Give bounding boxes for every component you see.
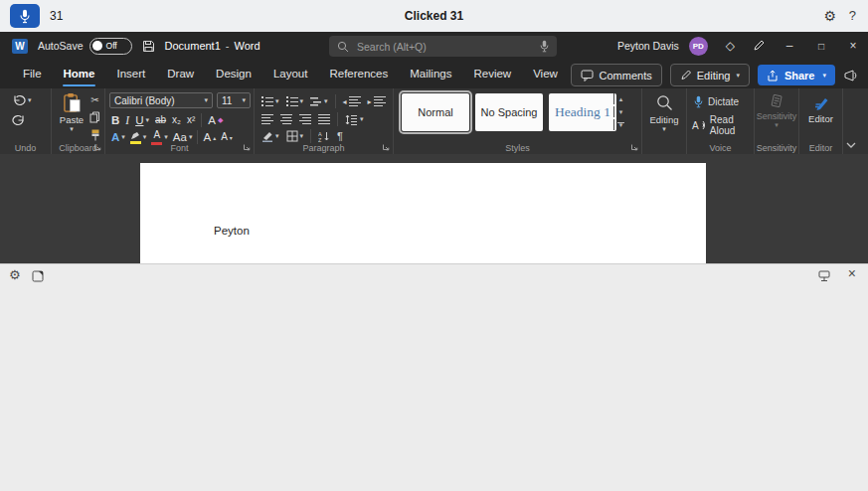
chevron-down-icon: ▾ [145,116,149,124]
divider [335,94,336,108]
keyboard-close-icon[interactable]: × [848,265,856,281]
toggle-knob-icon [92,41,102,51]
tab-references[interactable]: References [318,61,399,87]
subscript-button[interactable]: x₂ [172,114,181,126]
text-effects-button[interactable]: A▾ [111,131,125,143]
copy-button[interactable] [89,111,100,123]
styles-group-label: Styles [394,143,641,153]
restore-button[interactable]: □ [814,41,828,52]
close-button[interactable]: × [846,39,860,53]
align-center-button[interactable] [280,114,292,124]
tab-layout[interactable]: Layout [262,61,319,87]
voice-access-settings-gear-icon[interactable]: ⚙ [823,0,836,32]
collapse-ribbon-button[interactable] [846,142,856,148]
voice-access-mic-button[interactable] [10,4,40,28]
shading-button[interactable]: ▾ [261,130,279,142]
tab-design[interactable]: Design [205,61,262,87]
style-no-spacing[interactable]: No Spacing [475,93,543,131]
word-logo-icon[interactable]: W [12,39,28,54]
sort-button[interactable]: AZ [318,131,330,142]
read-aloud-button[interactable]: A Read Aloud [692,114,754,136]
tab-view[interactable]: View [522,61,569,87]
font-size-select[interactable]: 11 ▾ [217,92,251,108]
paste-button[interactable]: Paste ▾ [57,92,87,133]
chevron-down-icon: ▾ [822,72,826,80]
undo-button[interactable]: ▾ [12,94,32,106]
decrease-indent-button[interactable]: ◂ [343,96,361,106]
read-aloud-label: Read Aloud [710,114,754,136]
italic-button[interactable]: I [125,114,129,126]
line-spacing-button[interactable]: ▾ [345,114,364,125]
styles-scroll-up-button[interactable]: ▴ [613,93,627,104]
paragraph-dialog-launcher[interactable] [382,143,390,151]
caret-up-icon: ▴ [213,134,216,141]
style-normal[interactable]: Normal [402,93,469,131]
document-area[interactable]: Peyton [0,154,868,263]
voice-access-help-icon[interactable]: ? [849,0,856,32]
redo-button[interactable] [12,114,26,126]
multilevel-list-button[interactable]: ▾ [310,96,328,106]
editor-button[interactable]: Editor [799,95,842,124]
font-name-select[interactable]: Calibri (Body) ▾ [109,92,213,108]
comments-button[interactable]: Comments [571,64,662,86]
avatar[interactable]: PD [689,37,708,56]
increase-indent-button[interactable]: ▸ [368,96,386,106]
tab-home[interactable]: Home [53,61,106,87]
divider [310,129,311,143]
borders-button[interactable]: ▾ [286,130,304,142]
document-page[interactable]: Peyton [140,163,706,263]
voice-access-status: Clicked 31 [405,0,463,32]
editing-mode-button[interactable]: Editing ▾ [670,64,750,86]
tab-insert[interactable]: Insert [105,61,156,87]
font-dialog-launcher[interactable] [243,143,251,151]
shrink-font-button[interactable]: A▾ [221,131,233,143]
bullets-button[interactable]: ▾ [261,96,279,106]
grow-font-button[interactable]: A▴ [203,131,216,143]
megaphone-icon[interactable] [843,69,858,82]
align-left-button[interactable] [261,114,273,124]
format-painter-button[interactable] [90,129,100,141]
tab-mailings[interactable]: Mailings [399,61,462,87]
dictate-button[interactable]: Dictate [694,95,739,108]
styles-more-button[interactable]: ▾ [613,119,627,130]
editor-label: Editor [799,113,842,124]
ink-pen-icon[interactable] [753,40,765,52]
align-right-button[interactable] [299,114,311,124]
paste-label: Paste [57,114,87,125]
highlight-button[interactable]: ▾ [130,131,147,144]
search-box[interactable]: Search (Alt+Q) [329,36,557,57]
keyboard-settings-gear-icon[interactable]: ⚙ [9,267,21,282]
bullet-list-icon [261,96,273,106]
autosave-toggle[interactable]: Off [89,38,132,55]
underline-button[interactable]: U▾ [135,114,149,126]
minimize-button[interactable]: – [782,39,796,53]
borders-grid-icon [286,130,298,142]
premium-diamond-icon[interactable]: ◇ [726,39,735,53]
superscript-button[interactable]: x² [187,114,195,126]
change-case-button[interactable]: Aa▾ [173,131,193,143]
share-button[interactable]: Share ▾ [758,65,835,85]
tab-review[interactable]: Review [462,61,522,87]
styles-scroll-down-button[interactable]: ▾ [613,106,627,117]
save-icon[interactable] [142,40,155,53]
autosave-label: AutoSave [38,40,84,52]
editing-menu-button[interactable]: Editing ▾ [642,94,686,133]
keyboard-dock-icon[interactable] [817,270,831,282]
strikethrough-button[interactable]: ab [155,114,166,126]
style-heading-1[interactable]: Heading 1 [549,93,616,131]
bold-button[interactable]: B [111,114,119,126]
tab-file[interactable]: File [12,61,53,87]
align-justify-button[interactable] [318,114,330,124]
cut-button[interactable]: ✂ [90,94,98,105]
clipboard-dialog-launcher[interactable] [93,143,101,151]
caret-down-icon: ▾ [230,134,233,141]
numbering-button[interactable]: ▾ [286,96,304,106]
clear-formatting-button[interactable]: A◆ [208,114,223,126]
styles-dialog-launcher[interactable] [630,143,638,151]
title-bar-right: Peyton Davis PD ◇ – □ × [617,32,860,60]
sensitivity-button[interactable]: Sensitivity ▾ [755,94,798,129]
keyboard-clipboard-icon[interactable] [32,269,45,282]
search-mic-icon[interactable] [540,40,549,53]
tab-draw[interactable]: Draw [156,61,205,87]
show-formatting-button[interactable]: ¶ [337,130,343,142]
